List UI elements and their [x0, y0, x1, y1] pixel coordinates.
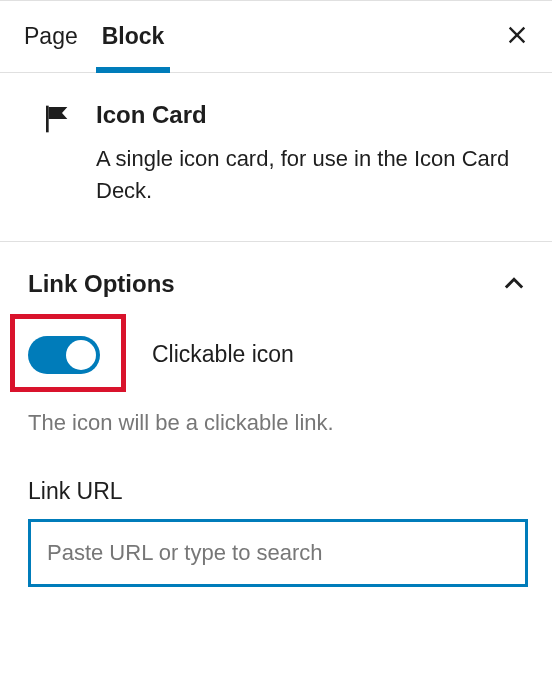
tab-page[interactable]: Page: [24, 1, 102, 72]
toggle-knob: [66, 340, 96, 370]
block-title: Icon Card: [96, 101, 528, 129]
section-header[interactable]: Link Options: [28, 270, 528, 298]
chevron-up-icon: [500, 270, 528, 298]
close-button[interactable]: [506, 23, 528, 51]
section-title: Link Options: [28, 270, 175, 298]
link-url-label: Link URL: [28, 478, 528, 505]
link-url-input[interactable]: [28, 519, 528, 587]
block-description: A single icon card, for use in the Icon …: [96, 143, 528, 207]
toggle-label: Clickable icon: [152, 341, 294, 368]
clickable-icon-toggle[interactable]: [28, 336, 100, 374]
sidebar-tabs: Page Block: [0, 0, 552, 73]
link-options-section: Link Options Clickable icon The icon wil…: [0, 242, 552, 611]
toggle-help-text: The icon will be a clickable link.: [28, 410, 528, 436]
tab-block[interactable]: Block: [102, 1, 189, 72]
close-icon: [506, 24, 528, 46]
svg-rect-2: [46, 106, 49, 133]
clickable-icon-toggle-row: Clickable icon: [28, 326, 528, 384]
flag-icon: [42, 103, 74, 135]
block-info: Icon Card A single icon card, for use in…: [0, 73, 552, 242]
